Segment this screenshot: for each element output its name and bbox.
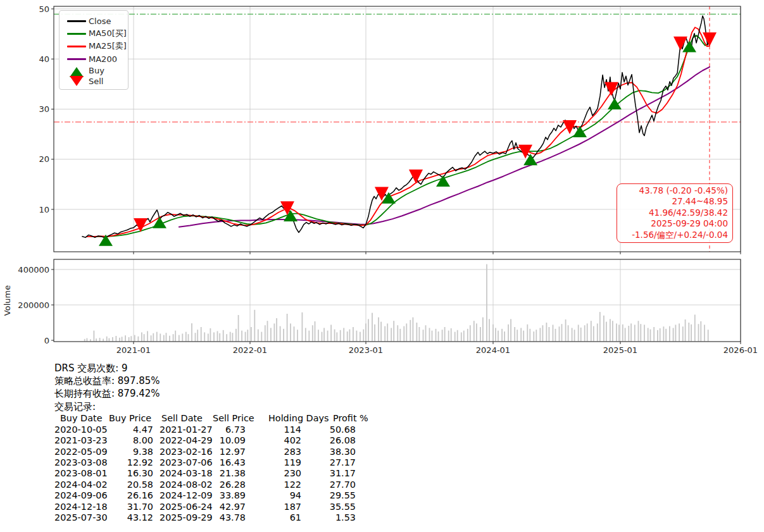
trade-cell: 6.73 bbox=[214, 424, 246, 435]
annotation-line: 43.78 (-0.20 -0.45%) bbox=[622, 185, 728, 196]
trade-cell: 2024-04-02 bbox=[54, 479, 105, 490]
trade-cell: 12.97 bbox=[214, 447, 246, 457]
trade-cell: 33.89 bbox=[214, 490, 246, 501]
trade-cell: 61 bbox=[246, 512, 301, 523]
hold-return-line: 长期持有收益: 879.42% bbox=[54, 387, 356, 400]
price-tick-label: 40 bbox=[39, 54, 49, 64]
strategy-stats-block: DRS 交易次数: 9 策略总收益率: 897.85% 长期持有收益: 879.… bbox=[54, 362, 356, 523]
trade-col-header: Buy Price bbox=[109, 413, 151, 424]
x-tick-label: 2022-01 bbox=[233, 345, 267, 355]
trade-cell: 2022-05-09 bbox=[54, 447, 105, 457]
trade-row: 2024-09-0626.162024-12-0933.899429.55 bbox=[54, 490, 356, 501]
volume-tick-label: 0 bbox=[44, 336, 49, 345]
trade-cell: 2024-08-02 bbox=[160, 479, 214, 490]
x-tick-label: 2021-01 bbox=[116, 345, 151, 355]
trade-cell: 2023-07-06 bbox=[160, 457, 214, 468]
trade-cell: 2025-09-29 bbox=[160, 512, 214, 523]
x-tick-label: 2026-01 bbox=[723, 345, 758, 355]
trade-cell: 2020-10-05 bbox=[54, 424, 105, 435]
trade-log-title: 交易记录: bbox=[54, 400, 356, 413]
legend-label: Sell bbox=[89, 77, 103, 86]
trade-cell: 26.08 bbox=[301, 435, 356, 446]
trade-cell: 402 bbox=[246, 435, 301, 446]
trade-cell: 4.47 bbox=[105, 424, 153, 435]
trade-cell: 38.30 bbox=[301, 447, 356, 457]
trade-cell: 20.58 bbox=[105, 479, 153, 490]
trade-cell: 16.30 bbox=[105, 468, 153, 479]
trade-cell: 42.97 bbox=[214, 502, 246, 512]
trade-row: 2023-03-0812.922023-07-0616.4311927.17 bbox=[54, 457, 356, 468]
annotation-line: -1.56/偏空/+0.24/-0.04 bbox=[622, 230, 728, 240]
trade-cell: 2024-09-06 bbox=[54, 490, 105, 501]
trade-col-header: Buy Date bbox=[60, 413, 102, 424]
annotation-line: 2025-09-29 04:00 bbox=[622, 218, 728, 229]
annotation-line: 41.96/42.59/38.42 bbox=[622, 207, 728, 218]
trade-cell: 1.53 bbox=[301, 512, 356, 523]
trade-cell: 26.28 bbox=[214, 479, 246, 490]
volume-axis-title: Volume bbox=[3, 285, 12, 316]
trade-cell: 2024-12-09 bbox=[160, 490, 214, 501]
trade-cell: 2021-03-23 bbox=[54, 435, 105, 446]
legend-item-buy: Buy bbox=[65, 65, 123, 76]
volume-bars bbox=[84, 264, 709, 342]
legend-label: MA25[卖] bbox=[89, 40, 127, 52]
trade-cell: 2025-07-30 bbox=[54, 512, 105, 523]
trade-cell: 2022-04-29 bbox=[160, 435, 214, 446]
trade-cell: 2023-03-08 bbox=[54, 457, 105, 468]
legend-item-close: Close bbox=[65, 15, 123, 27]
trade-cell: 2023-08-01 bbox=[54, 468, 105, 479]
trade-table-body: 2020-10-054.472021-01-276.7311450.682021… bbox=[54, 424, 356, 524]
trade-cell: 26.16 bbox=[105, 490, 153, 501]
trade-cell: 31.70 bbox=[105, 502, 153, 512]
trade-count-line: DRS 交易次数: 9 bbox=[54, 362, 356, 374]
legend-line-swatch bbox=[65, 46, 89, 47]
price-annotation-box: 43.78 (-0.20 -0.45%)27.44~48.9541.96/42.… bbox=[617, 183, 733, 243]
strategy-return-line: 策略总收益率: 897.85% bbox=[54, 374, 356, 387]
trade-cell: 2021-01-27 bbox=[160, 424, 214, 435]
trade-cell: 9.38 bbox=[105, 447, 153, 457]
volume-tick-label: 400000 bbox=[18, 265, 49, 275]
trade-cell: 283 bbox=[246, 447, 301, 457]
trade-cell: 230 bbox=[246, 468, 301, 479]
trade-col-header: Holding Days bbox=[268, 413, 329, 424]
trade-cell: 12.92 bbox=[105, 457, 153, 468]
buy-marker bbox=[608, 98, 622, 109]
trade-cell: 43.78 bbox=[214, 512, 246, 523]
trade-cell: 2023-02-16 bbox=[160, 447, 214, 457]
annotation-line: 27.44~48.95 bbox=[622, 196, 728, 207]
sell-marker bbox=[563, 120, 577, 134]
stock-strategy-figure: 102030405002000004000002021-012022-01202… bbox=[0, 0, 764, 532]
x-tick-label: 2025-01 bbox=[603, 345, 637, 355]
legend-item-ma25-: MA25[卖] bbox=[65, 40, 123, 53]
trade-row: 2021-03-238.002022-04-2910.0940226.08 bbox=[54, 435, 356, 446]
trade-col-header: Profit % bbox=[333, 413, 368, 424]
trade-cell: 119 bbox=[246, 457, 301, 468]
trade-cell: 187 bbox=[246, 502, 301, 512]
trade-cell: 122 bbox=[246, 479, 301, 490]
trade-row: 2025-07-3043.122025-09-2943.78611.53 bbox=[54, 512, 356, 523]
price-tick-label: 20 bbox=[39, 154, 49, 164]
x-tick-label: 2023-01 bbox=[349, 345, 383, 355]
trade-row: 2024-12-1831.702025-06-2442.9718735.55 bbox=[54, 502, 356, 512]
price-tick-label: 30 bbox=[39, 104, 49, 114]
legend-label: Close bbox=[89, 16, 111, 26]
trade-cell: 35.55 bbox=[301, 502, 356, 512]
legend-item-sell: Sell bbox=[65, 76, 123, 87]
sell-marker bbox=[409, 170, 423, 183]
grid-lines bbox=[54, 6, 741, 342]
trade-cell: 27.70 bbox=[301, 479, 356, 490]
trade-cell: 27.17 bbox=[301, 457, 356, 468]
trade-cell: 2024-03-18 bbox=[160, 468, 214, 479]
trade-cell: 50.68 bbox=[301, 424, 356, 435]
legend-label: MA200 bbox=[89, 54, 117, 64]
close-line bbox=[82, 16, 710, 237]
x-tick-label: 2024-01 bbox=[476, 345, 510, 355]
trade-col-header: Sell Date bbox=[161, 413, 203, 424]
trade-row: 2024-04-0220.582024-08-0226.2812227.70 bbox=[54, 479, 356, 490]
trade-col-header: Sell Price bbox=[213, 413, 254, 424]
price-tick-label: 10 bbox=[39, 205, 49, 214]
legend-item-ma200: MA200 bbox=[65, 53, 123, 65]
trade-cell: 2025-06-24 bbox=[160, 502, 214, 512]
trade-cell: 94 bbox=[246, 490, 301, 501]
price-tick-label: 50 bbox=[39, 4, 49, 14]
